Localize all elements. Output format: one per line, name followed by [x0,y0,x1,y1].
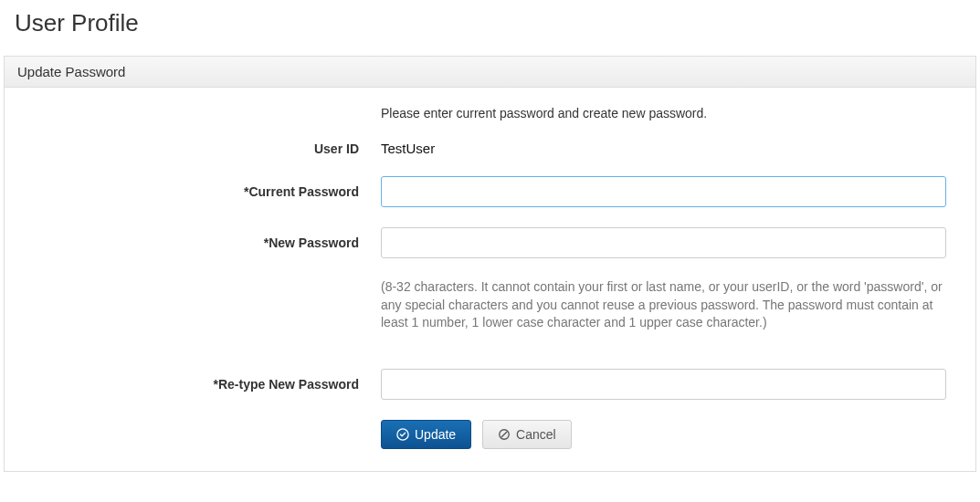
instruction-text: Please enter current password and create… [381,106,707,120]
retype-password-label: *Re-type New Password [19,377,381,392]
panel-body: Please enter current password and create… [5,88,975,471]
user-id-label: User ID [19,141,381,156]
current-password-label: *Current Password [19,184,381,199]
new-password-input[interactable] [381,227,946,258]
password-help-text: (8-32 characters. It cannot contain your… [381,278,946,332]
panel-header: Update Password [5,57,975,88]
cancel-button-label: Cancel [516,427,556,442]
user-id-value: TestUser [381,141,435,156]
svg-line-2 [501,432,507,437]
current-password-input[interactable] [381,176,946,207]
update-password-panel: Update Password Please enter current pas… [4,56,976,472]
page-title: User Profile [0,0,980,56]
retype-password-input[interactable] [381,369,946,400]
update-button[interactable]: Update [381,420,471,449]
update-button-label: Update [415,427,456,442]
check-circle-icon [396,428,409,441]
new-password-label: *New Password [19,235,381,250]
cancel-button[interactable]: Cancel [482,420,572,449]
cancel-icon [498,428,511,441]
